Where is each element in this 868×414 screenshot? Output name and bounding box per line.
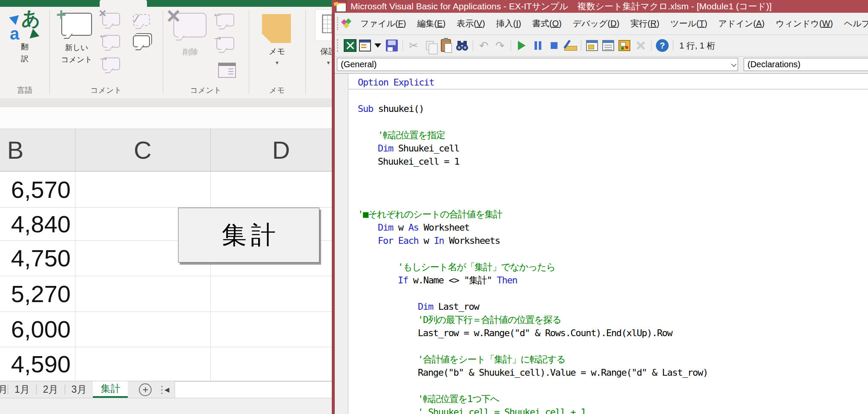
menu-H[interactable]: ヘルプ(H) xyxy=(839,13,868,34)
insert-dropdown-icon[interactable] xyxy=(374,43,381,48)
paste-icon[interactable] xyxy=(438,38,454,53)
delete-big-icon: × xyxy=(173,13,207,37)
code-line[interactable] xyxy=(349,89,868,102)
menu-D[interactable]: デバッグ(D) xyxy=(567,13,625,34)
cell-value[interactable]: 6,570 xyxy=(0,171,71,207)
menu-A[interactable]: アドイン(A) xyxy=(713,13,770,34)
cell-value[interactable]: 4,750 xyxy=(0,240,71,276)
previous-comment-icon[interactable]: ← xyxy=(102,35,120,48)
help-icon[interactable]: ? xyxy=(655,38,670,53)
tab-scroll-left-icon[interactable]: ◀ xyxy=(164,381,170,398)
code-lines: Option Explicit Sub shuukei() '転記位置を指定Di… xyxy=(349,76,868,414)
header-divider[interactable] xyxy=(75,129,75,171)
menu-O[interactable]: 書式(O) xyxy=(527,13,567,34)
code-line[interactable]: 'D列の最下行＝合計値の位置を探る xyxy=(349,313,868,326)
code-line[interactable]: Dim Shuukei_cell xyxy=(349,142,868,155)
procedure-combo[interactable]: (Declarations) xyxy=(744,58,868,71)
code-line[interactable]: Last_row = w.Range("d" & Rows.Count).End… xyxy=(349,326,868,340)
find-icon[interactable] xyxy=(454,38,470,53)
code-line[interactable] xyxy=(349,287,868,300)
menu-E[interactable]: 編集(E) xyxy=(411,13,451,34)
code-line[interactable] xyxy=(349,194,868,208)
code-line[interactable]: Dim w As Worksheet xyxy=(349,221,868,234)
column-header-b[interactable]: B xyxy=(3,129,28,171)
toolbar-gripper[interactable] xyxy=(337,17,339,30)
code-pane[interactable]: Option Explicit Sub shuukei() '転記位置を指定Di… xyxy=(335,73,868,414)
code-line[interactable] xyxy=(349,168,868,181)
column-header-d[interactable]: D xyxy=(210,129,352,171)
code-line[interactable]: '転記位置を1つ下へ xyxy=(349,392,868,405)
next-comment-icon[interactable]: → xyxy=(102,57,120,70)
delete-button-label[interactable]: 削除 xyxy=(173,47,207,57)
sheet-tab-1[interactable]: 1月 xyxy=(8,381,36,398)
code-line[interactable]: Dim Last_row xyxy=(349,300,868,313)
menu-F[interactable]: ファイル(F) xyxy=(355,13,411,34)
code-line[interactable] xyxy=(349,340,868,353)
code-line[interactable]: '転記位置を指定 xyxy=(349,128,868,142)
code-line[interactable] xyxy=(349,247,868,260)
code-line[interactable]: ' Shuukei_cell = Shuukei_cell + 1 xyxy=(349,405,868,414)
group-label-language: 言語 xyxy=(0,85,49,95)
header-divider[interactable] xyxy=(210,129,211,171)
reset-icon[interactable] xyxy=(546,38,562,53)
object-combo[interactable]: (General) xyxy=(337,58,738,71)
new-comment-button[interactable]: + 新しい コメント xyxy=(55,11,99,66)
column-header-c[interactable]: C xyxy=(75,129,210,171)
cell-value[interactable]: 5,270 xyxy=(0,276,71,311)
code-line[interactable]: Option Explicit xyxy=(349,76,868,89)
add-sheet-button[interactable]: + xyxy=(139,383,152,396)
menu-W[interactable]: ウィンドウ(W) xyxy=(770,13,839,34)
notes-button-label[interactable]: メモ xyxy=(249,46,305,57)
show-comments-icon[interactable] xyxy=(133,35,150,47)
notes-dropdown-icon[interactable]: ▾ xyxy=(249,60,305,65)
notes-icon[interactable] xyxy=(262,14,291,43)
code-line[interactable]: '■それぞれのシートの合計値を集計 xyxy=(349,208,868,221)
menu-T[interactable]: ツール(T) xyxy=(665,13,713,34)
toolbar-separator xyxy=(511,40,511,51)
cell-value[interactable]: 4,840 xyxy=(0,207,71,240)
menu-V[interactable]: 表示(V) xyxy=(451,13,491,34)
project-explorer-icon[interactable] xyxy=(584,38,600,53)
design-mode-icon[interactable] xyxy=(563,38,578,53)
vba-app-icon xyxy=(336,1,346,12)
view-excel-icon[interactable] xyxy=(342,38,358,53)
code-line[interactable]: If w.Name <> "集計" Then xyxy=(349,274,868,287)
procedure-combo-value: (Declarations) xyxy=(747,60,800,69)
object-browser-icon[interactable] xyxy=(617,38,632,53)
active-ribbon-tab-notch[interactable] xyxy=(100,0,147,7)
code-line[interactable]: '合計値をシート「集計」に転記する xyxy=(349,353,868,366)
shuukei-macro-button[interactable]: 集計 xyxy=(178,208,319,263)
run-icon[interactable] xyxy=(514,38,529,53)
next-comment-icon-2[interactable]: → xyxy=(216,37,234,50)
code-line[interactable] xyxy=(349,181,868,194)
code-line[interactable] xyxy=(349,115,868,128)
properties-window-icon[interactable] xyxy=(601,38,616,53)
combo-dropdown-icon[interactable] xyxy=(731,62,737,67)
code-line[interactable]: For Each w In Worksheets xyxy=(349,234,868,247)
translate-button[interactable]: あa 翻 訳 xyxy=(4,11,45,65)
toolbar-separator xyxy=(673,40,673,51)
sheet-tab-active[interactable]: 集計 xyxy=(93,381,128,398)
code-line[interactable]: Sub shuukei() xyxy=(349,102,868,115)
sheet-tab-3[interactable]: 3月 xyxy=(65,381,93,398)
previous-comment-icon-2[interactable]: ← xyxy=(216,14,234,26)
cell-value[interactable]: 6,000 xyxy=(0,311,71,347)
show-comments-pane-icon[interactable] xyxy=(218,63,236,78)
delete-comment-icon[interactable]: × xyxy=(102,13,120,26)
toolbar-gripper[interactable] xyxy=(337,39,339,52)
ink-comment-icon[interactable]: ⁄ xyxy=(133,14,150,26)
code-line[interactable]: Range("b" & Shuukei_cell).Value = w.Rang… xyxy=(349,366,868,379)
save-icon[interactable] xyxy=(384,38,400,53)
break-icon[interactable] xyxy=(530,38,546,53)
menu-R[interactable]: 実行(R) xyxy=(625,13,665,34)
code-line[interactable] xyxy=(349,379,868,392)
cell-value[interactable]: 4,590 xyxy=(0,347,71,381)
code-margin-bar[interactable] xyxy=(335,74,348,414)
code-line[interactable]: 'もしシート名が「集計」でなかったら xyxy=(349,260,868,274)
menu-I[interactable]: 挿入(I) xyxy=(491,13,527,34)
sheet-tab-overflow[interactable]: 月 xyxy=(0,381,8,398)
sheet-tab-2[interactable]: 2月 xyxy=(37,381,65,398)
vba-title-bar[interactable]: Microsoft Visual Basic for Applications … xyxy=(332,0,868,13)
insert-userform-icon[interactable] xyxy=(359,38,371,53)
code-line[interactable]: Shuukei_cell = 1 xyxy=(349,155,868,168)
